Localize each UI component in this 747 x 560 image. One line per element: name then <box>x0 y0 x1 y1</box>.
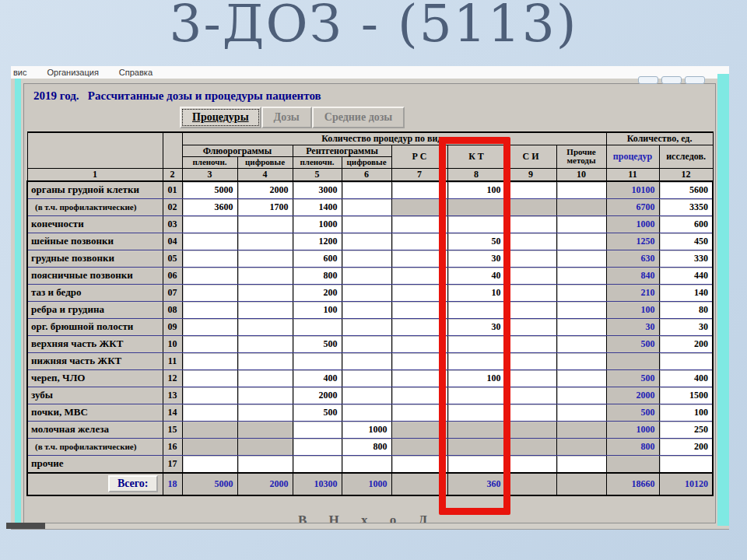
cell-r01-c5[interactable]: 3000 <box>293 181 342 199</box>
cell-r17-c6[interactable] <box>342 455 391 473</box>
cell-r11-c12[interactable] <box>659 352 713 369</box>
cell-r09-c10[interactable] <box>556 318 606 335</box>
cell-r15-c12[interactable]: 250 <box>659 421 713 438</box>
cell-r12-c10[interactable] <box>556 369 606 387</box>
cell-r12-c12[interactable]: 400 <box>659 369 713 387</box>
cell-r02-c5[interactable]: 1400 <box>293 198 342 215</box>
cell-r05-c5[interactable]: 600 <box>293 250 342 267</box>
cell-r13-c3[interactable] <box>182 387 237 404</box>
cell-r01-c4[interactable]: 2000 <box>237 181 293 199</box>
cell-r08-c9[interactable] <box>505 301 556 318</box>
cell-r12-c5[interactable]: 400 <box>293 369 342 387</box>
cell-r07-c5[interactable]: 200 <box>293 284 342 301</box>
cell-r04-c6[interactable] <box>342 233 391 250</box>
cell-r10-c3[interactable] <box>182 335 237 352</box>
cell-r06-c9[interactable] <box>505 267 556 284</box>
cell-r05-c9[interactable] <box>505 250 556 267</box>
cell-r05-c10[interactable] <box>556 250 606 267</box>
maximize-button[interactable] <box>661 76 682 84</box>
cell-r13-c10[interactable] <box>556 387 606 404</box>
cell-r09-c12[interactable]: 30 <box>659 318 713 335</box>
cell-r10-c10[interactable] <box>556 335 606 352</box>
cell-r13-c5[interactable]: 2000 <box>293 387 342 404</box>
cell-r01-c3[interactable]: 5000 <box>182 181 237 199</box>
menu-item-2[interactable]: Справка <box>119 68 153 77</box>
cell-r17-c3[interactable] <box>182 455 237 473</box>
cell-r16-c5[interactable] <box>293 438 342 455</box>
cell-r14-c5[interactable]: 500 <box>293 404 342 421</box>
cell-r06-c3[interactable] <box>182 267 237 284</box>
cell-r03-c12[interactable]: 600 <box>659 215 713 233</box>
cell-r14-c9[interactable] <box>505 404 556 421</box>
cell-r11-c3[interactable] <box>182 352 237 369</box>
minimize-button[interactable] <box>638 76 658 84</box>
cell-r04-c4[interactable] <box>237 233 293 250</box>
cell-r06-c5[interactable]: 800 <box>293 267 342 284</box>
cell-r05-c4[interactable] <box>237 250 293 267</box>
cell-r05-c6[interactable] <box>342 250 391 267</box>
cell-r11-c4[interactable] <box>237 352 293 369</box>
cell-r01-c12[interactable]: 5600 <box>659 181 713 199</box>
cell-r08-c10[interactable] <box>556 301 606 318</box>
cell-r17-c10[interactable] <box>556 455 606 473</box>
cell-r08-c4[interactable] <box>237 301 293 318</box>
cell-r07-c10[interactable] <box>556 284 606 301</box>
cell-r01-c10[interactable] <box>556 181 606 199</box>
cell-r09-c4[interactable] <box>237 318 293 335</box>
cell-r14-c10[interactable] <box>556 404 606 421</box>
tab-1[interactable]: Дозы <box>261 107 312 128</box>
cell-r10-c12[interactable]: 200 <box>659 335 713 352</box>
cell-r03-c5[interactable]: 1000 <box>293 215 342 233</box>
cell-r09-c3[interactable] <box>182 318 237 335</box>
cell-r12-c3[interactable] <box>182 369 237 387</box>
cell-r11-c6[interactable] <box>342 352 391 369</box>
total-button[interactable]: Всего: <box>108 475 158 492</box>
menu-item-0[interactable]: вис <box>13 68 27 77</box>
cell-r08-c12[interactable]: 80 <box>659 301 713 318</box>
cell-r04-c10[interactable] <box>556 233 606 250</box>
cell-r11-c9[interactable] <box>505 352 556 369</box>
cell-r09-c9[interactable] <box>505 318 556 335</box>
cell-r14-c3[interactable] <box>182 404 237 421</box>
cell-r09-c5[interactable] <box>293 318 342 335</box>
cell-r08-c6[interactable] <box>342 301 391 318</box>
cell-r03-c4[interactable] <box>237 215 293 233</box>
cell-r13-c6[interactable] <box>342 387 391 404</box>
tab-2[interactable]: Средние дозы <box>312 107 405 128</box>
cell-r07-c6[interactable] <box>342 284 391 301</box>
cell-r07-c12[interactable]: 140 <box>659 284 713 301</box>
cell-r15-c6[interactable]: 1000 <box>342 421 391 438</box>
cell-r08-c3[interactable] <box>182 301 237 318</box>
cell-r01-c6[interactable] <box>342 181 391 199</box>
cell-r14-c4[interactable] <box>237 404 293 421</box>
cell-r14-c12[interactable]: 100 <box>659 404 713 421</box>
cell-r10-c5[interactable]: 500 <box>293 335 342 352</box>
cell-r05-c12[interactable]: 330 <box>659 250 713 267</box>
cell-r10-c6[interactable] <box>342 335 391 352</box>
cell-r09-c6[interactable] <box>342 318 391 335</box>
cell-r13-c12[interactable]: 1500 <box>659 387 713 404</box>
cell-r06-c6[interactable] <box>342 267 391 284</box>
cell-r07-c3[interactable] <box>182 284 237 301</box>
cell-r11-c5[interactable] <box>293 352 342 369</box>
tab-0[interactable]: Процедуры <box>180 107 261 128</box>
cell-r01-c9[interactable] <box>505 181 556 199</box>
cell-r06-c10[interactable] <box>556 267 606 284</box>
cell-r06-c4[interactable] <box>237 267 293 284</box>
cell-r12-c4[interactable] <box>237 369 293 387</box>
cell-r04-c9[interactable] <box>505 233 556 250</box>
close-button[interactable] <box>685 76 705 84</box>
cell-r10-c4[interactable] <box>237 335 293 352</box>
cell-r02-c3[interactable]: 3600 <box>182 198 237 215</box>
cell-r08-c5[interactable]: 100 <box>293 301 342 318</box>
cell-r03-c9[interactable] <box>505 215 556 233</box>
cell-r12-c6[interactable] <box>342 369 391 387</box>
cell-r14-c6[interactable] <box>342 404 391 421</box>
cell-r12-c9[interactable] <box>505 369 556 387</box>
cell-r02-c4[interactable]: 1700 <box>237 198 293 215</box>
cell-r03-c6[interactable] <box>342 215 391 233</box>
cell-r13-c9[interactable] <box>505 387 556 404</box>
cell-r05-c3[interactable] <box>182 250 237 267</box>
cell-r16-c12[interactable]: 200 <box>659 438 713 455</box>
cell-r17-c12[interactable] <box>659 455 713 473</box>
